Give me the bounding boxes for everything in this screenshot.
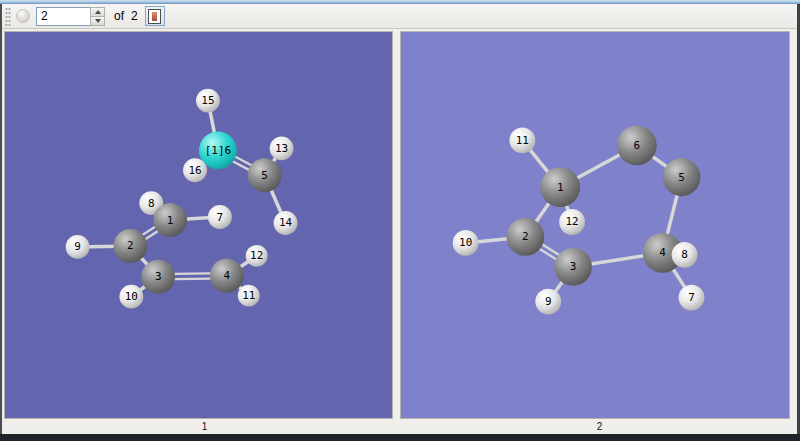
atom-label: 7	[217, 211, 224, 224]
atom-label: 2	[127, 239, 134, 252]
atom-label: 1	[167, 214, 174, 227]
window-border-left	[0, 4, 2, 434]
atom-label: 9	[545, 295, 552, 308]
atom-label: 10	[125, 290, 138, 303]
atom-label: 16	[188, 164, 201, 177]
atom-label: 3	[570, 260, 577, 273]
viewport-background[interactable]	[5, 32, 392, 418]
spin-down-button[interactable]	[90, 17, 105, 26]
atom-label: 13	[275, 142, 288, 155]
frame-total-label: 2	[131, 9, 138, 23]
atom-label: 5	[678, 171, 685, 184]
chevron-up-icon	[95, 10, 101, 14]
atom-label: 10	[459, 236, 472, 249]
atom-label: 4	[659, 246, 666, 259]
atom-label: 15	[201, 94, 214, 107]
atom-label: 11	[516, 134, 529, 147]
molecule-viewport-1[interactable]: 15[1]616135148179231041211	[4, 31, 393, 419]
atom-label: 4	[224, 269, 231, 282]
frame-spinbox	[36, 7, 105, 26]
atom-label: 12	[566, 215, 579, 228]
atom-label: 8	[681, 248, 688, 261]
frame-navigation-toolbar: of 2	[2, 4, 797, 29]
atom-label: 2	[522, 230, 529, 243]
molecule-viewer-window: of 2 15[1]616135148179231041211 11651121…	[0, 0, 800, 441]
molecule-canvas-2[interactable]: 116511210239487	[401, 32, 789, 418]
display-image-button[interactable]	[145, 6, 165, 26]
frame-number-input[interactable]	[36, 7, 90, 26]
atom-label: 11	[242, 289, 255, 302]
atom-label: 14	[279, 216, 293, 229]
picture-icon	[148, 9, 161, 24]
atom-label: 7	[688, 291, 695, 304]
of-label: of	[114, 9, 124, 23]
atom-label: 1	[557, 181, 564, 194]
molecule-canvas-1[interactable]: 15[1]616135148179231041211	[5, 32, 392, 418]
atom-label: 9	[74, 240, 81, 253]
spin-up-button[interactable]	[90, 7, 105, 17]
panel-1-caption: 1	[10, 420, 399, 434]
atom-label: 12	[250, 249, 263, 262]
toolbar-grip-handle[interactable]	[5, 7, 11, 26]
viewport-background[interactable]	[401, 32, 789, 418]
panel-2-caption: 2	[405, 420, 794, 434]
atom-label: 5	[261, 169, 268, 182]
atom-label: 8	[148, 197, 155, 210]
sphere-indicator-icon[interactable]	[16, 9, 30, 23]
chevron-down-icon	[95, 19, 101, 23]
atom-label: 6	[633, 139, 640, 152]
frame-spinner	[90, 7, 105, 26]
molecule-viewport-2[interactable]: 116511210239487	[400, 31, 790, 419]
atom-label: [1]6	[205, 144, 231, 157]
window-border-bottom	[0, 434, 800, 441]
atom-label: 3	[155, 270, 162, 283]
